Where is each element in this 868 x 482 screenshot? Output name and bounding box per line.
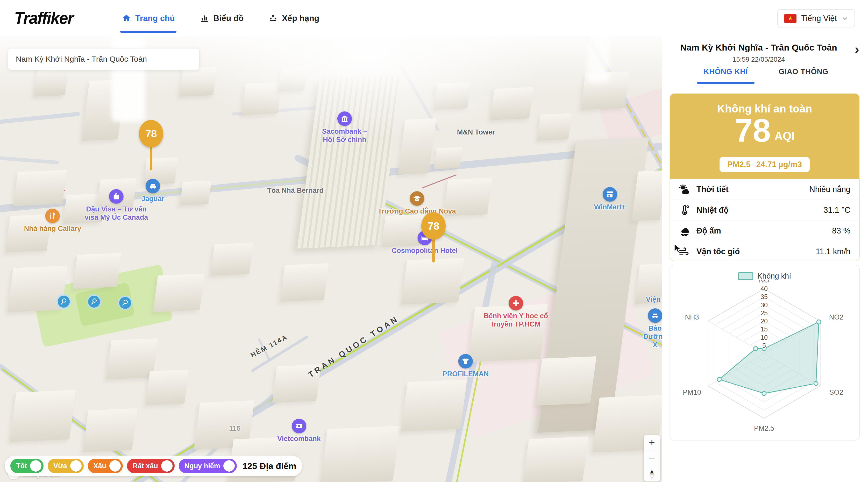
poi-label: 116 xyxy=(229,424,241,433)
weather-value: 31.1 °C xyxy=(824,206,850,215)
poi-label: Đậu Visa – Tư vấn visa Mỹ Úc Canada xyxy=(85,205,148,222)
poi-label: M&N Tower xyxy=(457,128,495,137)
car-icon xyxy=(648,308,662,323)
poi-label: Tòa Nhà Bernard xyxy=(267,187,323,195)
pollutant-radar-card: Không khí 510152025303540NONO2SO2PM2.5PM… xyxy=(670,265,860,441)
vietnam-flag-icon: ★ xyxy=(784,14,797,23)
map-poi[interactable]: Tòa Nhà Bernard xyxy=(267,187,323,195)
language-selector[interactable]: ★ Tiếng Việt xyxy=(777,9,855,27)
svg-text:25: 25 xyxy=(761,309,768,317)
map-poi[interactable]: 116 xyxy=(229,424,241,433)
weather-label: Vận tốc gió xyxy=(696,247,740,256)
sun-cloud-icon xyxy=(679,184,690,195)
main-nav: Trang chủ Biểu đồ Xếp hạng xyxy=(122,0,319,36)
svg-text:20: 20 xyxy=(761,318,768,325)
svg-text:NO2: NO2 xyxy=(829,313,844,321)
map-poi[interactable]: Trường Cao đẳng Nova xyxy=(378,191,456,216)
search-box[interactable] xyxy=(8,48,199,70)
map-poi[interactable]: WinMart+ xyxy=(594,187,626,211)
building xyxy=(145,369,189,405)
bag-icon xyxy=(109,189,124,204)
nav-item-home[interactable]: Trang chủ xyxy=(122,0,175,36)
building xyxy=(73,253,121,289)
collapse-sidebar-button[interactable]: › xyxy=(855,41,859,57)
aqi-unit: AQI xyxy=(774,129,795,148)
chart-legend[interactable]: Không khí xyxy=(670,272,859,280)
zoom-in-button[interactable]: + xyxy=(644,435,660,450)
nav-item-label: Trang chủ xyxy=(135,13,175,23)
building xyxy=(401,380,467,431)
legend-label: Không khí xyxy=(757,272,791,280)
active-tab-underline xyxy=(697,82,754,84)
poi-label: Sacombank – Hội Sở chính xyxy=(322,127,367,144)
weather-value: 83 % xyxy=(832,226,850,236)
svg-text:NH3: NH3 xyxy=(685,313,699,321)
map-poi[interactable]: Sacombank – Hội Sở chính xyxy=(322,112,367,144)
building xyxy=(537,113,571,141)
aqi-marker[interactable]: 78 xyxy=(139,120,163,147)
map-poi[interactable]: Nhà hàng Callary xyxy=(24,209,81,233)
map-poi[interactable]: Bệnh viện Y học cổ truyền TP.HCM xyxy=(484,296,548,329)
building xyxy=(401,258,464,305)
zoom-out-button[interactable]: − xyxy=(644,450,660,466)
map-canvas[interactable]: TRAN QUOC TOAN HẺM 114A Sacombank – Hội … xyxy=(0,36,662,482)
svg-text:15: 15 xyxy=(761,326,768,333)
bar-chart-icon xyxy=(200,13,209,23)
svg-text:NO: NO xyxy=(759,280,770,284)
mouse-cursor xyxy=(673,243,683,253)
search-input[interactable] xyxy=(16,55,191,63)
marker-value: 78 xyxy=(421,212,446,240)
toggle-hazardous[interactable]: Nguy hiểm xyxy=(179,459,237,473)
poi-label: Bảo Dưỡng X xyxy=(643,325,662,349)
building xyxy=(180,181,211,205)
fork-icon xyxy=(45,209,60,223)
poi-label: WinMart+ xyxy=(594,203,626,211)
aqi-marker[interactable]: 78 xyxy=(421,212,446,240)
map-poi[interactable]: Vietcombank xyxy=(277,419,321,443)
poi-label: Bệnh viện Y học cổ truyền TP.HCM xyxy=(484,312,548,329)
language-label: Tiếng Việt xyxy=(801,14,837,23)
building xyxy=(10,390,76,442)
toggle-moderate[interactable]: Vừa xyxy=(48,459,84,473)
map-controls: + − ▲▽ xyxy=(644,435,660,481)
toggle-very-bad[interactable]: Rất xấu xyxy=(127,459,175,473)
map-poi[interactable]: Đậu Visa – Tư vấn visa Mỹ Úc Canada xyxy=(85,189,148,222)
toggle-bad[interactable]: Xấu xyxy=(88,459,123,473)
poi-label: Cosmopolitan Hotel xyxy=(392,247,458,255)
building xyxy=(180,67,217,97)
tilt-compass-button[interactable]: ▲▽ xyxy=(644,466,660,481)
building xyxy=(210,243,253,275)
aqi-summary: Không khí an toàn 78 AQI PM2.5 24.71 µg/… xyxy=(670,94,859,179)
nav-item-label: Biểu đồ xyxy=(213,13,244,23)
weather-label: Thời tiết xyxy=(696,185,728,194)
tennis-court-icon[interactable] xyxy=(87,294,101,309)
ranking-icon xyxy=(269,13,278,23)
map-poi[interactable]: PROFILEMAN xyxy=(442,354,489,378)
building xyxy=(536,356,596,405)
aqi-status-text: Không khí an toàn xyxy=(670,94,859,115)
app-logo: Traffiker xyxy=(14,8,73,28)
detail-sidebar: Nam Kỳ Khởi Nghĩa - Trần Quốc Toản 15:59… xyxy=(662,36,868,482)
tennis-court-icon[interactable] xyxy=(57,294,71,309)
tennis-court-icon[interactable] xyxy=(118,296,132,310)
toggle-label: Rất xấu xyxy=(133,462,158,470)
location-count: 125 Địa điểm xyxy=(243,461,297,471)
pm25-value: 24.71 µg/m3 xyxy=(756,160,802,169)
nav-item-ranking[interactable]: Xếp hạng xyxy=(269,0,319,36)
tab-air-quality[interactable]: KHÔNG KHÍ xyxy=(683,67,769,76)
svg-text:35: 35 xyxy=(761,293,768,300)
building xyxy=(242,82,282,115)
weather-value: 11.1 km/h xyxy=(816,247,850,256)
weather-label: Độ ẩm xyxy=(696,226,721,236)
thermometer-icon xyxy=(679,205,690,216)
map-poi[interactable]: Viện xyxy=(646,295,661,304)
cross-icon xyxy=(508,296,523,310)
toggle-good[interactable]: Tốt xyxy=(10,459,43,473)
shirt-icon xyxy=(458,354,473,368)
map-poi[interactable]: M&N Tower xyxy=(457,128,495,137)
tab-traffic[interactable]: GIAO THÔNG xyxy=(761,67,846,76)
pm25-label: PM2.5 xyxy=(727,160,751,169)
nav-item-charts[interactable]: Biểu đồ xyxy=(200,0,244,36)
map-poi[interactable]: Bảo Dưỡng X xyxy=(643,308,662,349)
svg-text:10: 10 xyxy=(761,334,768,341)
